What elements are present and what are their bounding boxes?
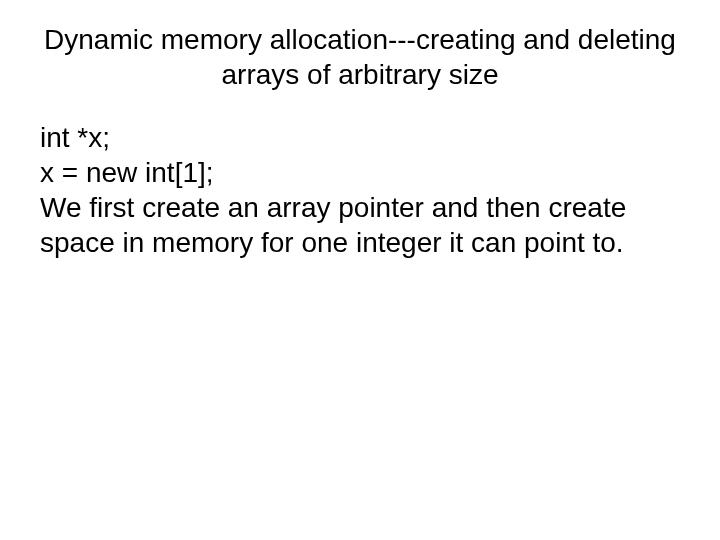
slide: Dynamic memory allocation---creating and… <box>0 0 720 540</box>
slide-body: int *x; x = new int[1]; We first create … <box>40 120 680 260</box>
slide-title: Dynamic memory allocation---creating and… <box>40 22 680 92</box>
code-line-1: int *x; <box>40 120 680 155</box>
code-line-2: x = new int[1]; <box>40 155 680 190</box>
explanation-text: We first create an array pointer and the… <box>40 190 680 260</box>
